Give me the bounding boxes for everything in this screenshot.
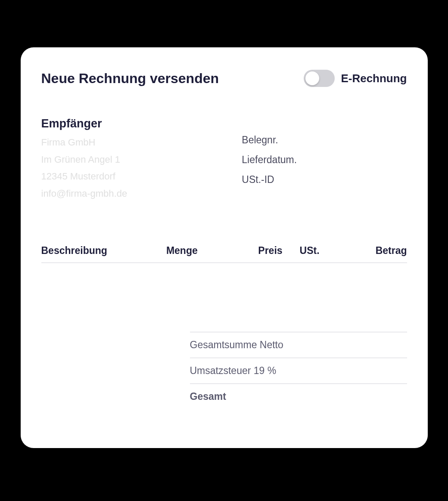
recipient-line: Firma GmbH — [41, 134, 225, 151]
vat-id-label: USt.-ID — [242, 170, 407, 189]
col-description: Beschreibung — [41, 245, 166, 257]
recipient-placeholder-lines[interactable]: Firma GmbH Im Grünen Angel 1 12345 Muste… — [41, 134, 225, 202]
doc-number-label: Belegnr. — [242, 130, 407, 150]
col-amount: Betrag — [344, 245, 407, 257]
e-invoice-toggle[interactable] — [304, 70, 335, 87]
info-section: Empfänger Firma GmbH Im Grünen Angel 1 1… — [41, 117, 407, 202]
col-price: Preis — [229, 245, 282, 257]
line-items-empty-area[interactable] — [41, 263, 407, 332]
recipient-line: info@firma-gmbh.de — [41, 185, 225, 202]
card-header: Neue Rechnung versenden E-Rechnung — [41, 70, 407, 87]
col-vat: USt. — [283, 245, 345, 257]
recipient-line: 12345 Musterdorf — [41, 168, 225, 185]
col-quantity: Menge — [166, 245, 229, 257]
delivery-date-label: Lieferdatum. — [242, 150, 407, 170]
total-net: Gesamtsumme Netto — [190, 332, 407, 358]
e-invoice-toggle-wrap: E-Rechnung — [304, 70, 407, 87]
page-title: Neue Rechnung versenden — [41, 71, 219, 87]
line-items-header: Beschreibung Menge Preis USt. Betrag — [41, 245, 407, 263]
toggle-knob — [305, 71, 319, 85]
recipient-line: Im Grünen Angel 1 — [41, 151, 225, 168]
totals-block: Gesamtsumme Netto Umsatzsteuer 19 % Gesa… — [190, 332, 407, 409]
meta-block: Belegnr. Lieferdatum. USt.-ID — [242, 117, 407, 202]
e-invoice-toggle-label: E-Rechnung — [341, 72, 407, 85]
recipient-block: Empfänger Firma GmbH Im Grünen Angel 1 1… — [41, 117, 225, 202]
total-vat: Umsatzsteuer 19 % — [190, 358, 407, 383]
total-grand: Gesamt — [190, 383, 407, 409]
recipient-heading: Empfänger — [41, 117, 225, 130]
invoice-card: Neue Rechnung versenden E-Rechnung Empfä… — [21, 47, 428, 448]
